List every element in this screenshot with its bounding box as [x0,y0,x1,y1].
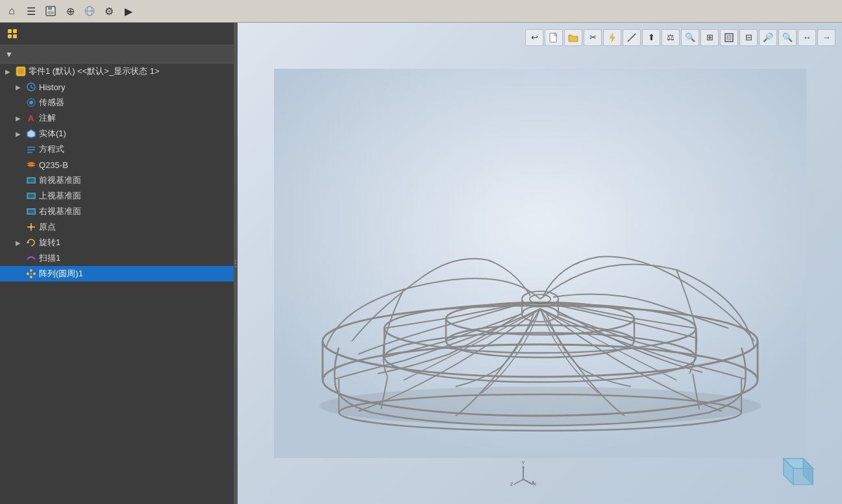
svg-rect-7 [13,29,17,33]
svg-rect-22 [27,209,35,214]
item-icon-solid [26,128,36,139]
tree-item-annotation[interactable]: ▶A注解 [0,110,234,126]
item-label-rotate: 旋转1 [39,237,60,248]
svg-line-73 [523,479,533,485]
arrows-button[interactable]: ↔ [798,29,816,46]
item-icon-array [26,269,36,279]
box-button[interactable] [720,29,738,46]
grid-button[interactable]: ⊞ [700,29,719,46]
svg-text:Y: Y [521,460,525,466]
home-button[interactable]: ⌂ [3,2,21,20]
zoom-in-button[interactable]: 🔎 [759,29,777,46]
lightning-button[interactable] [603,29,621,46]
search-button[interactable]: 🔍 [681,29,699,46]
item-label-solid: 实体(1) [39,128,66,139]
arrow-right-button[interactable]: → [817,29,836,46]
more-button[interactable]: ▶ [119,2,138,20]
svg-text:Z: Z [510,481,514,486]
zoom-out-button[interactable]: 🔍 [778,29,797,46]
svg-point-31 [31,273,32,275]
sidebar-icon-1[interactable] [4,25,21,42]
root-icon [16,66,26,77]
svg-text:A: A [28,114,34,123]
model-3d [274,69,806,458]
save-button[interactable] [42,2,60,20]
open-button[interactable] [564,29,582,46]
svg-point-28 [33,272,36,275]
item-label-formula: 方程式 [39,143,64,155]
cut-button[interactable]: ✂ [584,29,602,46]
expand-arrow-rotate: ▶ [16,239,23,246]
settings-button[interactable]: ⚙ [100,2,118,20]
tree-item-sensor[interactable]: 传感器 [0,95,234,110]
new-doc-button[interactable] [545,29,563,46]
expand-arrow-annotation: ▶ [16,115,23,122]
svg-line-36 [632,36,633,38]
viewport[interactable]: ↩ ✂ [238,23,842,504]
sw-logo-watermark [771,449,816,494]
item-icon-rotate [26,237,36,248]
item-icon-annotation: A [26,113,36,123]
item-icon-history [26,82,36,92]
expand-arrow-history: ▶ [16,84,23,91]
svg-rect-39 [727,36,731,40]
minus-button[interactable]: ⊟ [739,29,758,46]
tree-item-history[interactable]: ▶History [0,79,234,95]
svg-point-27 [30,269,32,272]
tree-item-front[interactable]: 前视基准面 [0,173,234,188]
tree-item-solid[interactable]: ▶实体(1) [0,126,234,141]
svg-rect-6 [8,29,12,33]
sidebar-iconbar [0,23,234,45]
svg-rect-11 [18,68,24,75]
svg-line-35 [628,40,629,42]
item-icon-scan [26,253,36,263]
tree-item-array[interactable]: 阵列(圆周)1 [0,266,234,282]
root-item[interactable]: ▶ 零件1 (默认) <<默认>_显示状态 1> [0,64,234,79]
tree-item-formula[interactable]: 方程式 [0,141,234,157]
item-icon-right [26,206,36,217]
tree-item-origin[interactable]: 原点 [0,219,234,235]
item-icon-front [26,175,36,186]
tree-item-scan[interactable]: 扫描1 [0,250,234,266]
item-label-origin: 原点 [39,221,56,233]
svg-rect-1 [48,6,52,10]
tree-item-rotate[interactable]: ▶旋转1 [0,235,234,250]
svg-rect-8 [8,34,12,38]
svg-point-29 [30,276,32,278]
root-label: 零件1 (默认) <<默认>_显示状态 1> [29,66,160,77]
item-label-sensor: 传感器 [39,97,64,108]
root-expand-arrow: ▶ [5,68,13,75]
arrow-up-button[interactable]: ⬆ [642,29,660,46]
item-icon-formula [26,144,36,154]
measure-button[interactable] [623,29,641,46]
tree-item-top[interactable]: 上视基准面 [0,188,234,204]
coord-axes: Y X Z [510,460,536,488]
list-button[interactable]: ☰ [22,2,40,20]
top-toolbar: ⌂ ☰ ⊕ ⚙ ▶ [0,0,842,23]
item-label-right: 右视基准面 [39,206,81,217]
svg-line-37 [634,34,636,35]
svg-text:X: X [533,481,536,486]
item-icon-sensor [26,97,36,108]
sphere-button[interactable] [80,2,99,20]
tree-item-material[interactable]: Q235-B [0,157,234,173]
item-label-top: 上视基准面 [39,190,81,202]
undo-button[interactable]: ↩ [525,29,543,46]
svg-line-74 [514,479,523,485]
svg-rect-9 [13,34,17,38]
target-button[interactable]: ⊕ [61,2,79,20]
svg-marker-16 [27,130,35,138]
svg-point-25 [30,226,32,228]
top-right-toolbar: ↩ ✂ [238,26,842,49]
svg-rect-20 [27,178,35,183]
item-label-annotation: 注解 [39,112,56,124]
item-icon-material [26,160,36,170]
svg-point-30 [27,272,29,275]
item-icon-origin [26,222,36,232]
item-icon-top [26,191,36,201]
filter-row: ▼ [0,45,234,64]
balance-button[interactable]: ⚖ [662,29,680,46]
tree-item-right[interactable]: 右视基准面 [0,204,234,219]
expand-arrow-solid: ▶ [16,130,23,138]
svg-point-13 [29,101,33,104]
